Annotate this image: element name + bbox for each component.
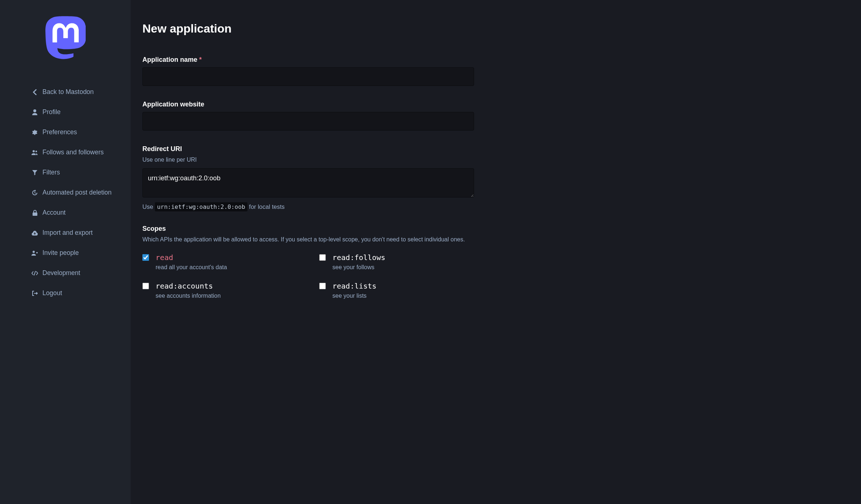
scope-read: read read all your account's data bbox=[142, 253, 297, 271]
user-icon bbox=[31, 109, 38, 116]
field-application-website: Application website bbox=[142, 101, 474, 131]
scope-desc: read all your account's data bbox=[156, 264, 227, 270]
textarea-redirect-uri[interactable] bbox=[142, 168, 474, 198]
nav-automated-deletion[interactable]: Automated post deletion bbox=[0, 183, 131, 203]
main-content: New application Application name * Appli… bbox=[131, 0, 500, 504]
checkbox-scope-read-accounts[interactable] bbox=[142, 283, 149, 289]
scope-desc: see your lists bbox=[332, 293, 366, 299]
label-application-website: Application website bbox=[142, 101, 474, 108]
sidebar-nav: Back to Mastodon Profile Preferences Fol… bbox=[0, 82, 131, 303]
label-application-name: Application name * bbox=[142, 56, 474, 64]
svg-point-1 bbox=[33, 150, 35, 152]
field-application-name: Application name * bbox=[142, 56, 474, 86]
hint-redirect-uri: Use one line per URI bbox=[142, 157, 474, 163]
mastodon-logo-icon bbox=[45, 15, 86, 60]
nav-label: Filters bbox=[42, 169, 60, 176]
nav-label: Profile bbox=[42, 108, 61, 116]
gear-icon bbox=[31, 129, 38, 136]
nav-back[interactable]: Back to Mastodon bbox=[0, 82, 131, 102]
cloud-download-icon bbox=[31, 230, 38, 236]
scope-read-accounts: read:accounts see accounts information bbox=[142, 282, 297, 299]
scope-name: read:lists bbox=[332, 282, 474, 290]
scope-name: read:accounts bbox=[156, 282, 297, 290]
nav-development[interactable]: Development bbox=[0, 263, 131, 283]
user-plus-icon bbox=[31, 250, 38, 256]
filter-icon bbox=[31, 169, 38, 176]
scope-read-follows: read:follows see your follows bbox=[319, 253, 474, 271]
nav-follows[interactable]: Follows and followers bbox=[0, 142, 131, 162]
nav-label: Back to Mastodon bbox=[42, 88, 94, 96]
lock-icon bbox=[31, 210, 38, 216]
svg-point-4 bbox=[33, 251, 35, 253]
redirect-code-sample: urn:ietf:wg:oauth:2.0:oob bbox=[155, 202, 247, 211]
nav-label: Import and export bbox=[42, 229, 93, 237]
code-icon bbox=[31, 270, 38, 277]
field-redirect-uri: Redirect URI Use one line per URI Use ur… bbox=[142, 145, 474, 210]
nav-label: Logout bbox=[42, 289, 62, 297]
nav-label: Automated post deletion bbox=[42, 189, 112, 196]
hint-scopes: Which APIs the application will be allow… bbox=[142, 236, 474, 243]
nav-account[interactable]: Account bbox=[0, 203, 131, 223]
svg-point-2 bbox=[36, 150, 37, 152]
nav-import-export[interactable]: Import and export bbox=[0, 223, 131, 243]
label-scopes: Scopes bbox=[142, 225, 474, 233]
svg-rect-3 bbox=[33, 212, 37, 216]
sidebar: Back to Mastodon Profile Preferences Fol… bbox=[0, 0, 131, 504]
nav-label: Follows and followers bbox=[42, 148, 104, 156]
nav-preferences[interactable]: Preferences bbox=[0, 122, 131, 142]
scope-desc: see your follows bbox=[332, 264, 374, 270]
sign-out-icon bbox=[31, 290, 38, 297]
history-icon bbox=[31, 189, 38, 196]
scope-name: read bbox=[156, 253, 297, 262]
scope-read-lists: read:lists see your lists bbox=[319, 282, 474, 299]
nav-label: Development bbox=[42, 269, 80, 277]
chevron-left-icon bbox=[31, 89, 38, 95]
checkbox-scope-read-lists[interactable] bbox=[319, 283, 326, 289]
nav-label: Preferences bbox=[42, 128, 77, 136]
nav-profile[interactable]: Profile bbox=[0, 102, 131, 122]
nav-label: Invite people bbox=[42, 249, 79, 257]
nav-filters[interactable]: Filters bbox=[0, 162, 131, 183]
svg-point-0 bbox=[33, 109, 36, 112]
input-application-website[interactable] bbox=[142, 112, 474, 131]
scope-desc: see accounts information bbox=[156, 293, 221, 299]
page-title: New application bbox=[142, 22, 474, 35]
field-scopes: Scopes Which APIs the application will b… bbox=[142, 225, 474, 299]
label-redirect-uri: Redirect URI bbox=[142, 145, 474, 153]
nav-logout[interactable]: Logout bbox=[0, 283, 131, 303]
checkbox-scope-read[interactable] bbox=[142, 254, 149, 261]
scope-name: read:follows bbox=[332, 253, 474, 262]
nav-label: Account bbox=[42, 209, 66, 217]
checkbox-scope-read-follows[interactable] bbox=[319, 254, 326, 261]
hint-redirect-below: Use urn:ietf:wg:oauth:2.0:oob for local … bbox=[142, 203, 474, 210]
input-application-name[interactable] bbox=[142, 67, 474, 86]
nav-invite[interactable]: Invite people bbox=[0, 243, 131, 263]
logo[interactable] bbox=[0, 15, 131, 60]
scopes-grid: read read all your account's data read:f… bbox=[142, 253, 474, 299]
users-icon bbox=[31, 149, 38, 156]
